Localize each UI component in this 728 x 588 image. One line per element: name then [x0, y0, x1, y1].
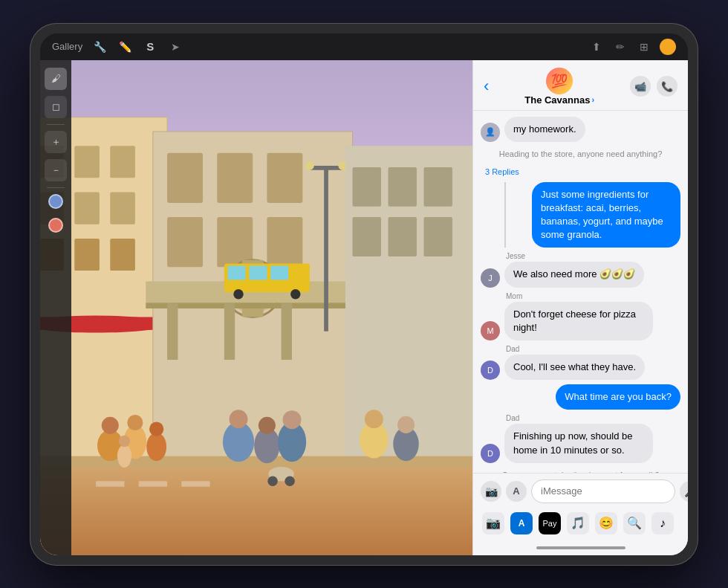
system-message: Can someone take the dogs out for a walk… — [481, 468, 680, 473]
group-name: The Cavannas › — [524, 94, 594, 106]
message-row: 👤 my homework. — [481, 117, 680, 142]
apps-button[interactable]: A — [506, 481, 527, 502]
zoom-out-tool[interactable]: － — [45, 159, 67, 181]
message-bubble-wrap: Mom Don't forget cheese for pizza night! — [504, 292, 653, 340]
video-call-icon[interactable]: 📹 — [630, 76, 651, 97]
header-icons: 📹 📞 — [630, 76, 677, 97]
svg-point-60 — [119, 435, 130, 446]
svg-rect-8 — [110, 192, 135, 224]
message-input[interactable] — [531, 479, 675, 503]
svg-rect-47 — [424, 217, 452, 256]
home-bar — [536, 546, 625, 549]
svg-point-69 — [285, 476, 294, 485]
message-bubble-wrap: Dad Finishing up now, should be home in … — [504, 414, 653, 462]
svg-point-39 — [305, 161, 314, 170]
message-sender: Dad — [504, 414, 653, 422]
svg-point-54 — [102, 416, 119, 433]
message-sender: Mom — [504, 292, 653, 300]
zoom-in-tool[interactable]: ＋ — [45, 131, 67, 153]
group-avatar[interactable]: 💯 — [546, 68, 573, 94]
app-icon-search[interactable]: 🔍 — [623, 512, 646, 534]
svg-rect-16 — [167, 152, 203, 202]
app-icon-applepay[interactable]: Pay — [539, 512, 561, 534]
messages-body: 👤 my homework. Heading to the store, any… — [473, 111, 688, 473]
top-toolbar: Gallery 🔧 ✏️ S ➤ ⬆ ✏ ⊞ — [40, 33, 688, 60]
svg-point-73 — [397, 416, 415, 433]
phone-icon[interactable]: 📞 — [657, 76, 677, 97]
message-bubble[interactable]: We also need more 🥑🥑🥑 — [504, 262, 644, 287]
status-indicator — [660, 39, 676, 55]
message-bubble[interactable]: Don't forget cheese for pizza night! — [504, 302, 653, 340]
ipad-device: Gallery 🔧 ✏️ S ➤ ⬆ ✏ ⊞ — [30, 23, 698, 566]
avatar: D — [481, 361, 500, 380]
svg-point-58 — [149, 421, 163, 436]
s-tool-icon[interactable]: S — [142, 39, 158, 55]
svg-rect-18 — [267, 152, 302, 202]
svg-rect-43 — [389, 167, 417, 206]
message-bubble-wrap: Just some ingredients for breakfast: aca… — [532, 182, 680, 248]
gallery-button[interactable]: Gallery — [52, 41, 82, 52]
svg-rect-5 — [110, 146, 135, 178]
app-icon-memoji[interactable]: 😊 — [595, 512, 617, 534]
svg-rect-11 — [110, 238, 135, 270]
app-icon-music2[interactable]: ♪ — [651, 512, 674, 534]
grid-icon[interactable]: ⊞ — [636, 39, 652, 55]
svg-rect-21 — [267, 217, 302, 267]
svg-rect-7 — [74, 192, 100, 224]
svg-rect-52 — [181, 481, 209, 487]
avatar: D — [481, 444, 500, 463]
home-indicator — [473, 540, 688, 555]
app-icon-camera[interactable]: 📷 — [482, 512, 504, 534]
svg-rect-48 — [40, 459, 472, 555]
app-icon-appstore[interactable]: A — [510, 512, 533, 534]
svg-rect-32 — [228, 265, 246, 280]
svg-rect-19 — [167, 217, 203, 267]
message-bubble[interactable]: my homework. — [504, 117, 585, 142]
avatar: J — [481, 268, 500, 288]
group-name-text[interactable]: The Cavannas — [524, 94, 590, 106]
svg-point-57 — [146, 432, 166, 460]
group-chevron: › — [591, 95, 594, 104]
svg-rect-4 — [74, 146, 100, 178]
svg-point-35 — [233, 289, 243, 299]
left-tool-panel: 🖌 ◻ ＋ － — [40, 60, 71, 555]
svg-rect-51 — [139, 481, 167, 487]
svg-rect-45 — [353, 217, 381, 256]
back-button[interactable]: ‹ — [484, 78, 489, 94]
group-info: 💯 The Cavannas › — [495, 68, 624, 106]
share-icon[interactable]: ⬆ — [588, 39, 605, 55]
panel-divider — [47, 124, 65, 125]
svg-rect-34 — [270, 265, 288, 280]
brush-tool[interactable]: 🖌 — [45, 68, 67, 90]
camera-button[interactable]: 📷 — [481, 481, 501, 502]
scene-svg — [40, 60, 472, 555]
svg-rect-37 — [324, 167, 328, 331]
message-bubble[interactable]: Just some ingredients for breakfast: aca… — [532, 182, 680, 248]
color-swatch-2[interactable] — [48, 218, 63, 233]
message-row: M Mom Don't forget cheese for pizza nigh… — [481, 292, 680, 340]
replies-button[interactable]: 3 Replies — [481, 166, 680, 178]
wrench-icon[interactable]: 🔧 — [91, 39, 108, 55]
pencil-icon[interactable]: ✏ — [612, 39, 628, 55]
thread-indent: Just some ingredients for breakfast: aca… — [504, 182, 680, 248]
avatar: M — [481, 321, 500, 340]
eraser-tool[interactable]: ◻ — [45, 96, 67, 118]
apps-row: 📷 A Pay 🎵 😊 🔍 ♪ — [481, 509, 680, 537]
message-bubble[interactable]: What time are you back? — [556, 384, 680, 410]
messages-panel: ‹ 💯 The Cavannas › 📹 📞 — [472, 60, 688, 555]
message-row: D Dad Cool, I'll see what they have. — [481, 345, 680, 380]
arrow-icon[interactable]: ➤ — [167, 39, 183, 55]
svg-rect-33 — [249, 265, 267, 280]
message-bubble-wrap: my homework. — [504, 117, 585, 142]
illustration-area: 🖌 ◻ ＋ － — [40, 60, 472, 555]
message-bubble[interactable]: Cool, I'll see what they have. — [504, 355, 645, 380]
color-swatch[interactable] — [48, 194, 63, 209]
toolbar-right: ⬆ ✏ ⊞ — [588, 39, 676, 55]
app-icon-music[interactable]: 🎵 — [567, 512, 589, 534]
svg-point-59 — [117, 445, 131, 468]
message-bubble[interactable]: Finishing up now, should be home in 10 m… — [504, 424, 653, 462]
pen-icon[interactable]: ✏️ — [117, 39, 133, 55]
audio-button[interactable]: 🎤 — [680, 481, 688, 502]
svg-point-62 — [230, 410, 248, 428]
svg-rect-50 — [96, 481, 124, 487]
